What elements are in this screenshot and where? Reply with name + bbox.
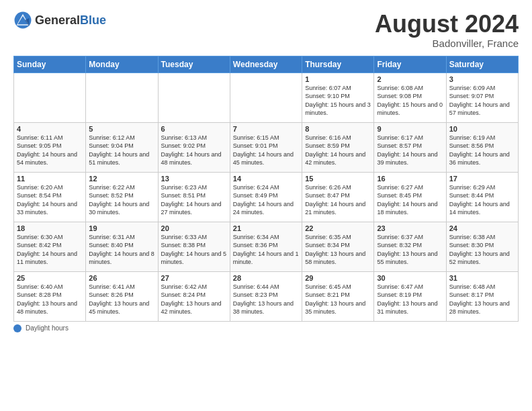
day-info: Sunrise: 6:17 AM Sunset: 8:57 PM Dayligh… [377,134,443,167]
table-row [86,73,158,122]
header-thursday: Thursday [302,56,374,73]
day-number: 6 [161,125,227,133]
day-number: 12 [89,175,154,183]
day-number: 26 [89,274,154,282]
day-number: 1 [305,75,371,83]
header-friday: Friday [374,56,446,73]
table-row: 15Sunrise: 6:26 AM Sunset: 8:47 PM Dayli… [302,172,374,222]
table-row: 6Sunrise: 6:13 AM Sunset: 9:02 PM Daylig… [158,122,230,172]
footer-note: Daylight hours [13,324,519,332]
header-wednesday: Wednesday [230,56,302,73]
table-row: 9Sunrise: 6:17 AM Sunset: 8:57 PM Daylig… [374,122,446,172]
day-info: Sunrise: 6:38 AM Sunset: 8:30 PM Dayligh… [449,233,515,267]
day-number: 21 [233,224,299,232]
logo-general: General [35,13,80,27]
day-number: 29 [305,274,371,282]
day-info: Sunrise: 6:20 AM Sunset: 8:54 PM Dayligh… [17,183,83,217]
day-number: 5 [89,125,154,133]
table-row: 27Sunrise: 6:42 AM Sunset: 8:24 PM Dayli… [158,271,230,321]
table-row: 24Sunrise: 6:38 AM Sunset: 8:30 PM Dayli… [446,222,518,271]
table-row [230,73,302,122]
day-info: Sunrise: 6:15 AM Sunset: 9:01 PM Dayligh… [233,134,299,167]
day-number: 20 [161,224,227,232]
day-info: Sunrise: 6:48 AM Sunset: 8:17 PM Dayligh… [449,283,515,316]
table-row: 7Sunrise: 6:15 AM Sunset: 9:01 PM Daylig… [230,122,302,172]
day-number: 30 [377,274,443,282]
header-saturday: Saturday [446,56,518,73]
day-number: 10 [449,125,515,133]
day-info: Sunrise: 6:44 AM Sunset: 8:23 PM Dayligh… [233,283,299,316]
day-number: 18 [17,224,83,232]
day-info: Sunrise: 6:27 AM Sunset: 8:45 PM Dayligh… [377,183,443,217]
header: GeneralBlue August 2024 Badonviller, Fra… [13,11,519,49]
day-info: Sunrise: 6:26 AM Sunset: 8:47 PM Dayligh… [305,183,371,217]
table-row: 5Sunrise: 6:12 AM Sunset: 9:04 PM Daylig… [86,122,158,172]
table-row [158,73,230,122]
day-number: 31 [449,274,515,282]
table-row: 20Sunrise: 6:33 AM Sunset: 8:38 PM Dayli… [158,222,230,271]
day-info: Sunrise: 6:29 AM Sunset: 8:44 PM Dayligh… [449,183,515,217]
day-number: 13 [161,175,227,183]
table-row: 26Sunrise: 6:41 AM Sunset: 8:26 PM Dayli… [86,271,158,321]
table-row: 10Sunrise: 6:19 AM Sunset: 8:56 PM Dayli… [446,122,518,172]
day-info: Sunrise: 6:33 AM Sunset: 8:38 PM Dayligh… [161,233,227,267]
table-row: 22Sunrise: 6:35 AM Sunset: 8:34 PM Dayli… [302,222,374,271]
day-number: 15 [305,175,371,183]
day-info: Sunrise: 6:07 AM Sunset: 9:10 PM Dayligh… [305,84,371,118]
day-info: Sunrise: 6:22 AM Sunset: 8:52 PM Dayligh… [89,183,154,217]
day-info: Sunrise: 6:08 AM Sunset: 9:08 PM Dayligh… [377,84,443,118]
day-number: 24 [449,224,515,232]
day-info: Sunrise: 6:41 AM Sunset: 8:26 PM Dayligh… [89,283,154,316]
table-row: 4Sunrise: 6:11 AM Sunset: 9:05 PM Daylig… [14,122,86,172]
day-info: Sunrise: 6:45 AM Sunset: 8:21 PM Dayligh… [305,283,371,316]
day-info: Sunrise: 6:34 AM Sunset: 8:36 PM Dayligh… [233,233,299,267]
footer-dot-icon [13,324,21,332]
table-row: 13Sunrise: 6:23 AM Sunset: 8:51 PM Dayli… [158,172,230,222]
day-info: Sunrise: 6:30 AM Sunset: 8:42 PM Dayligh… [17,233,83,267]
day-info: Sunrise: 6:40 AM Sunset: 8:28 PM Dayligh… [17,283,83,316]
calendar-page: GeneralBlue August 2024 Badonviller, Fra… [0,0,532,411]
day-number: 4 [17,125,83,133]
day-number: 19 [89,224,154,232]
table-row: 1Sunrise: 6:07 AM Sunset: 9:10 PM Daylig… [302,73,374,122]
day-number: 8 [305,125,371,133]
title-block: August 2024 Badonviller, France [375,11,519,49]
header-tuesday: Tuesday [158,56,230,73]
day-number: 17 [449,175,515,183]
calendar-table: Sunday Monday Tuesday Wednesday Thursday… [13,56,519,322]
table-row: 29Sunrise: 6:45 AM Sunset: 8:21 PM Dayli… [302,271,374,321]
day-number: 27 [161,274,227,282]
header-monday: Monday [86,56,158,73]
day-info: Sunrise: 6:35 AM Sunset: 8:34 PM Dayligh… [305,233,371,267]
day-info: Sunrise: 6:23 AM Sunset: 8:51 PM Dayligh… [161,183,227,217]
day-number: 28 [233,274,299,282]
day-number: 23 [377,224,443,232]
table-row: 31Sunrise: 6:48 AM Sunset: 8:17 PM Dayli… [446,271,518,321]
table-row: 25Sunrise: 6:40 AM Sunset: 8:28 PM Dayli… [14,271,86,321]
day-info: Sunrise: 6:11 AM Sunset: 9:05 PM Dayligh… [17,134,83,167]
table-row [14,73,86,122]
table-row: 11Sunrise: 6:20 AM Sunset: 8:54 PM Dayli… [14,172,86,222]
day-info: Sunrise: 6:16 AM Sunset: 8:59 PM Dayligh… [305,134,371,167]
day-number: 22 [305,224,371,232]
day-number: 3 [449,75,515,83]
table-row: 21Sunrise: 6:34 AM Sunset: 8:36 PM Dayli… [230,222,302,271]
day-info: Sunrise: 6:19 AM Sunset: 8:56 PM Dayligh… [449,134,515,167]
logo-blue: Blue [80,13,106,27]
day-info: Sunrise: 6:31 AM Sunset: 8:40 PM Dayligh… [89,233,154,267]
logo-icon [13,11,32,30]
calendar-week-row: 25Sunrise: 6:40 AM Sunset: 8:28 PM Dayli… [14,271,519,321]
day-number: 2 [377,75,443,83]
header-sunday: Sunday [14,56,86,73]
day-info: Sunrise: 6:47 AM Sunset: 8:19 PM Dayligh… [377,283,443,316]
day-number: 14 [233,175,299,183]
table-row: 17Sunrise: 6:29 AM Sunset: 8:44 PM Dayli… [446,172,518,222]
table-row: 14Sunrise: 6:24 AM Sunset: 8:49 PM Dayli… [230,172,302,222]
day-number: 25 [17,274,83,282]
day-info: Sunrise: 6:42 AM Sunset: 8:24 PM Dayligh… [161,283,227,316]
calendar-week-row: 4Sunrise: 6:11 AM Sunset: 9:05 PM Daylig… [14,122,519,172]
day-info: Sunrise: 6:37 AM Sunset: 8:32 PM Dayligh… [377,233,443,267]
calendar-week-row: 18Sunrise: 6:30 AM Sunset: 8:42 PM Dayli… [14,222,519,271]
footer-label: Daylight hours [26,324,69,332]
table-row: 19Sunrise: 6:31 AM Sunset: 8:40 PM Dayli… [86,222,158,271]
